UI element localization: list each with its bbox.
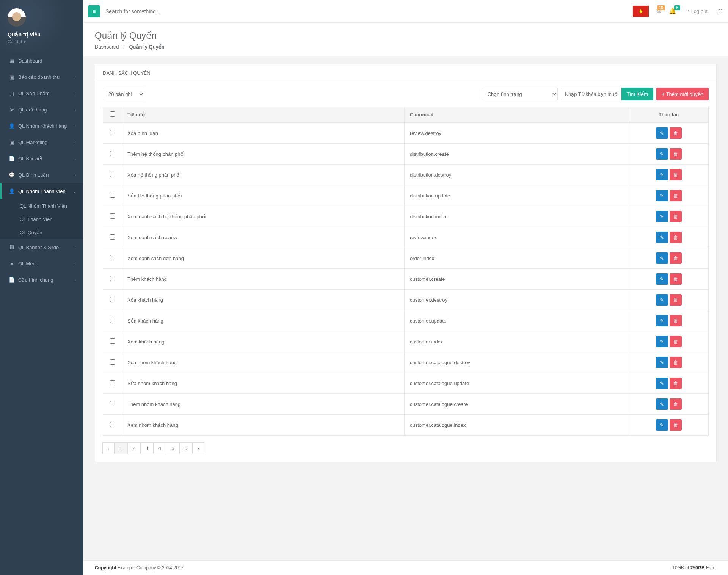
edit-button[interactable]: ✎ bbox=[656, 273, 668, 285]
delete-button[interactable]: 🗑 bbox=[670, 127, 682, 139]
row-checkbox[interactable] bbox=[110, 380, 115, 385]
row-checkbox[interactable] bbox=[110, 172, 115, 177]
delete-button[interactable]: 🗑 bbox=[670, 169, 682, 180]
row-checkbox[interactable] bbox=[110, 255, 115, 260]
edit-button[interactable]: ✎ bbox=[656, 252, 668, 264]
chevron-left-icon: ‹ bbox=[75, 278, 76, 282]
sidebar-item[interactable]: ▦Dashboard bbox=[2, 53, 83, 69]
page-prev[interactable]: ‹ bbox=[103, 443, 114, 454]
delete-button[interactable]: 🗑 bbox=[670, 211, 682, 222]
checkbox-all[interactable] bbox=[110, 111, 115, 117]
row-checkbox[interactable] bbox=[110, 338, 115, 344]
options-icon[interactable]: ☷ bbox=[713, 8, 728, 14]
row-checkbox[interactable] bbox=[110, 359, 115, 365]
edit-button[interactable]: ✎ bbox=[656, 232, 668, 243]
delete-button[interactable]: 🗑 bbox=[670, 273, 682, 285]
delete-button[interactable]: 🗑 bbox=[670, 252, 682, 264]
delete-button[interactable]: 🗑 bbox=[670, 336, 682, 347]
delete-button[interactable]: 🗑 bbox=[670, 232, 682, 243]
cell-canonical: customer.catalogue.destroy bbox=[405, 352, 629, 373]
pencil-icon: ✎ bbox=[660, 130, 664, 136]
perpage-select[interactable]: 20 bản ghi bbox=[103, 88, 144, 100]
search-input[interactable] bbox=[100, 5, 633, 18]
page-next[interactable]: › bbox=[193, 443, 204, 454]
edit-button[interactable]: ✎ bbox=[656, 169, 668, 180]
row-checkbox[interactable] bbox=[110, 213, 115, 219]
page-link[interactable]: 4 bbox=[154, 443, 166, 454]
edit-button[interactable]: ✎ bbox=[656, 190, 668, 201]
delete-button[interactable]: 🗑 bbox=[670, 357, 682, 368]
nav-icon: 🖼 bbox=[8, 244, 15, 250]
edit-button[interactable]: ✎ bbox=[656, 148, 668, 160]
edit-button[interactable]: ✎ bbox=[656, 398, 668, 410]
keyword-input[interactable] bbox=[561, 88, 621, 100]
sidebar-item[interactable]: 🛍QL đơn hàng‹ bbox=[2, 102, 83, 118]
page-link[interactable]: 1 bbox=[115, 443, 127, 454]
user-settings-link[interactable]: Cài đặt ▾ bbox=[8, 39, 76, 44]
edit-button[interactable]: ✎ bbox=[656, 336, 668, 347]
row-checkbox[interactable] bbox=[110, 130, 115, 135]
sidebar-item[interactable]: ▢QL Sản Phẩm‹ bbox=[2, 85, 83, 102]
mail-icon[interactable]: ✉16 bbox=[653, 8, 665, 15]
logout-link[interactable]: ↦Log out bbox=[680, 8, 713, 14]
page-link[interactable]: 5 bbox=[166, 443, 179, 454]
trash-icon: 🗑 bbox=[673, 214, 678, 219]
delete-button[interactable]: 🗑 bbox=[670, 190, 682, 201]
breadcrumb-home[interactable]: Dashboard bbox=[95, 44, 119, 50]
nav-icon: 📄 bbox=[8, 156, 15, 161]
row-checkbox[interactable] bbox=[110, 234, 115, 240]
trash-icon: 🗑 bbox=[673, 151, 678, 157]
table-row: Xóa khách hàngcustomer.destroy✎🗑 bbox=[103, 290, 709, 310]
cell-canonical: customer.catalogue.index bbox=[405, 415, 629, 436]
sidebar-subitem[interactable]: QL Nhóm Thành Viên bbox=[2, 199, 83, 213]
edit-button[interactable]: ✎ bbox=[656, 294, 668, 306]
page-link[interactable]: 6 bbox=[180, 443, 192, 454]
flag-vn-icon[interactable] bbox=[633, 6, 649, 17]
menu-toggle-button[interactable]: ≡ bbox=[88, 5, 100, 17]
row-checkbox[interactable] bbox=[110, 318, 115, 323]
cell-title: Thêm nhóm khách hàng bbox=[122, 394, 405, 415]
row-checkbox[interactable] bbox=[110, 297, 115, 302]
row-checkbox[interactable] bbox=[110, 422, 115, 427]
edit-button[interactable]: ✎ bbox=[656, 357, 668, 368]
sidebar-subitem[interactable]: QL Quyền bbox=[2, 226, 83, 239]
edit-button[interactable]: ✎ bbox=[656, 211, 668, 222]
sidebar-item[interactable]: 👤QL Nhóm Khách hàng‹ bbox=[2, 118, 83, 134]
status-select[interactable]: Chọn tình trạng bbox=[482, 88, 558, 100]
page-link[interactable]: 3 bbox=[141, 443, 153, 454]
row-checkbox[interactable] bbox=[110, 276, 115, 281]
row-checkbox[interactable] bbox=[110, 151, 115, 156]
sidebar-item[interactable]: ▣QL Marketing‹ bbox=[2, 134, 83, 150]
page-link[interactable]: 2 bbox=[128, 443, 140, 454]
sidebar-subitem[interactable]: QL Thành Viên bbox=[2, 213, 83, 226]
table-row: Xem danh sách hệ thống phân phốidistribu… bbox=[103, 206, 709, 227]
row-checkbox[interactable] bbox=[110, 193, 115, 198]
delete-button[interactable]: 🗑 bbox=[670, 419, 682, 431]
delete-button[interactable]: 🗑 bbox=[670, 378, 682, 389]
sidebar-item[interactable]: 🖼QL Banner & Slide‹ bbox=[2, 239, 83, 255]
sidebar-item[interactable]: 💬QL Bình Luận‹ bbox=[2, 167, 83, 183]
nav-icon: 🛍 bbox=[8, 107, 15, 113]
trash-icon: 🗑 bbox=[673, 318, 678, 324]
edit-button[interactable]: ✎ bbox=[656, 419, 668, 431]
logout-icon: ↦ bbox=[686, 8, 690, 14]
delete-button[interactable]: 🗑 bbox=[670, 148, 682, 160]
edit-button[interactable]: ✎ bbox=[656, 315, 668, 326]
trash-icon: 🗑 bbox=[673, 422, 678, 428]
sidebar-item[interactable]: 👤QL Nhóm Thành Viên⌄ bbox=[2, 183, 83, 199]
sidebar-item[interactable]: 📄QL Bài viết‹ bbox=[2, 150, 83, 167]
bell-icon[interactable]: 🔔8 bbox=[665, 8, 680, 15]
delete-button[interactable]: 🗑 bbox=[670, 315, 682, 326]
cell-title: Sửa khách hàng bbox=[122, 310, 405, 331]
sidebar-item[interactable]: ▣Báo cáo doanh thu‹ bbox=[2, 69, 83, 85]
edit-button[interactable]: ✎ bbox=[656, 127, 668, 139]
search-button[interactable]: Tìm Kiếm bbox=[621, 88, 653, 100]
sidebar-item[interactable]: 📄Cấu hình chung‹ bbox=[2, 272, 83, 288]
add-button[interactable]: +Thêm mới quyền bbox=[656, 88, 709, 100]
sidebar-item[interactable]: ≡QL Menu‹ bbox=[2, 255, 83, 272]
row-checkbox[interactable] bbox=[110, 401, 115, 406]
edit-button[interactable]: ✎ bbox=[656, 378, 668, 389]
panel: DANH SÁCH QUYỀN 20 bản ghi Chọn tình trạ… bbox=[95, 64, 717, 462]
delete-button[interactable]: 🗑 bbox=[670, 398, 682, 410]
delete-button[interactable]: 🗑 bbox=[670, 294, 682, 306]
